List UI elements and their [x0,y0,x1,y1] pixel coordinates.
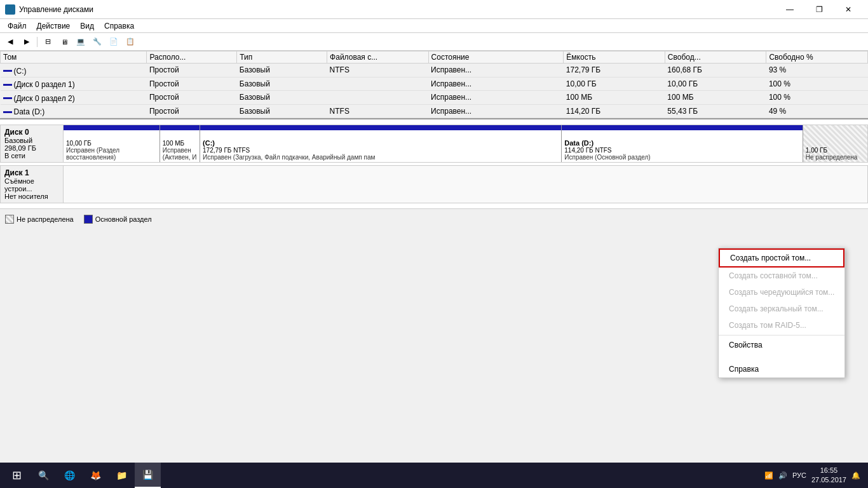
forward-button[interactable]: ▶ [19,35,34,49]
firefox-taskbar-icon: 🦊 [90,470,101,480]
vol-capacity: 114,20 ГБ [564,104,665,118]
vol-fs [327,77,429,91]
disk-row: Диск 0Базовый298,09 ГБВ сети 10,00 ГБ Ис… [0,125,868,163]
vol-free: 160,68 ГБ [665,64,766,78]
explorer-taskbar-icon: 📁 [116,470,127,480]
partition-name: Data (D:) [564,139,800,147]
table-row[interactable]: (Диск 0 раздел 1) Простой Базовый Исправ… [1,77,868,91]
partition-system[interactable]: 100 МБ Исправен (Активен, И [160,125,200,162]
vol-freepct: 100 % [766,91,868,105]
partition-recovery[interactable]: 10,00 ГБ Исправен (Раздел восстановления… [64,125,160,162]
vol-fs: NTFS [327,104,429,118]
diskmgmt-taskbar-btn[interactable]: 💾 [135,463,161,488]
menu-bar: Файл Действие Вид Справка [0,19,868,33]
col-header-freepct[interactable]: Свободно % [766,51,868,64]
vol-name: (Диск 0 раздел 2) [1,91,147,105]
context-menu-item[interactable]: Свойства [719,337,844,353]
legend-primary: Основной раздел [84,215,152,224]
partition-size: 114,20 ГБ NTFS [564,147,800,154]
disk-area: Диск 0Базовый298,09 ГБВ сети 10,00 ГБ Ис… [0,119,868,208]
partition-bar [200,125,561,130]
edge-taskbar-icon: 🌐 [64,470,75,480]
back-button[interactable]: ◀ [3,35,18,49]
partition-content: 1,00 ГБ Не распределена [806,147,865,161]
taskbar-time: 16:55 [811,466,846,475]
menu-view[interactable]: Вид [75,20,99,32]
vol-status: Исправен... [428,64,564,78]
menu-action[interactable]: Действие [32,20,76,32]
col-header-volume[interactable]: Том [1,51,147,64]
col-header-location[interactable]: Располо... [147,51,237,64]
partition-status: Исправен (Загрузка, Файл подкачки, Авари… [203,154,559,161]
close-button[interactable]: ✕ [834,0,863,19]
partition-unallocated[interactable]: 1,00 ГБ Не распределена [803,125,867,162]
context-menu-item[interactable]: Создать простой том... [719,248,844,268]
partition-size: 1,00 ГБ [806,147,865,154]
vol-fs: NTFS [327,64,429,78]
table-row[interactable]: (Диск 0 раздел 2) Простой Базовый Исправ… [1,91,868,105]
taskbar-network-icon: 📶 [764,471,773,480]
vol-free: 55,43 ГБ [665,104,766,118]
partition-name: (C:) [203,139,559,147]
col-header-status[interactable]: Состояние [428,51,564,64]
volume-list: Том Располо... Тип Файловая с... Состоян… [0,51,868,119]
col-header-type[interactable]: Тип [237,51,327,64]
disk-label: Диск 0Базовый298,09 ГБВ сети [0,125,64,163]
taskbar: ⊞ 🔍 🌐 🦊 📁 💾 📶 🔊 РУС 16:55 27.05.2017 🔔 [0,463,868,488]
context-menu-item [719,353,844,361]
toolbar-separator-1 [37,37,37,47]
window-controls: — ❐ ✕ [775,0,863,19]
diskmgmt-taskbar-icon: 💾 [142,470,153,480]
partition-status: Не распределена [806,154,865,161]
legend-unallocated: Не распределена [5,215,74,224]
legend-unallocated-box [5,215,14,224]
partition-bar [160,125,200,130]
firefox-taskbar-btn[interactable]: 🦊 [83,463,109,488]
menu-file[interactable]: Файл [3,20,32,32]
vol-free: 10,00 ГБ [665,77,766,91]
taskbar-right: 📶 🔊 РУС 16:55 27.05.2017 🔔 [764,466,865,485]
vol-type: Базовый [237,77,327,91]
partition-status: Исправен (Активен, И [163,147,197,161]
col-header-free[interactable]: Свобод... [665,51,766,64]
start-button[interactable]: ⊞ [3,463,31,488]
toolbar-btn-3[interactable]: 💻 [73,35,88,49]
toolbar-btn-4[interactable]: 🔧 [90,35,105,49]
context-menu-item: Создать зеркальный том... [719,301,844,317]
vol-type: Базовый [237,64,327,78]
vol-capacity: 100 МБ [564,91,665,105]
partition-status: Исправен (Основной раздел) [564,154,800,161]
volume-table: Том Располо... Тип Файловая с... Состоян… [0,51,868,118]
taskbar-clock: 16:55 27.05.2017 [811,466,846,485]
toolbar-btn-5[interactable]: 📄 [106,35,121,49]
col-header-capacity[interactable]: Ёмкость [564,51,665,64]
partition-bar [562,125,803,130]
search-taskbar-btn[interactable]: 🔍 [31,463,57,488]
table-row[interactable]: Data (D:) Простой Базовый NTFS Исправен.… [1,104,868,118]
minimize-button[interactable]: — [775,0,804,19]
partition-bar [64,125,159,130]
partition-content: (C:) 172,79 ГБ NTFS Исправен (Загрузка, … [203,139,559,161]
partition-c-drive[interactable]: (C:) 172,79 ГБ NTFS Исправен (Загрузка, … [200,125,562,162]
taskbar-notification-icon[interactable]: 🔔 [851,471,860,480]
col-header-fs[interactable]: Файловая с... [327,51,429,64]
table-row[interactable]: (C:) Простой Базовый NTFS Исправен... 17… [1,64,868,78]
taskbar-lang[interactable]: РУС [792,471,806,479]
vol-capacity: 10,00 ГБ [564,77,665,91]
explorer-taskbar-btn[interactable]: 📁 [109,463,135,488]
context-menu-item[interactable]: Справка [719,361,844,377]
disk-partitions [64,165,868,203]
toolbar-btn-2[interactable]: 🖥 [57,35,72,49]
vol-location: Простой [147,64,237,78]
edge-taskbar-btn[interactable]: 🌐 [57,463,83,488]
vol-freepct: 100 % [766,77,868,91]
vol-status: Исправен... [428,104,564,118]
maximize-button[interactable]: ❐ [804,0,834,19]
toolbar-btn-6[interactable]: 📋 [123,35,138,49]
vol-location: Простой [147,91,237,105]
vol-name: (Диск 0 раздел 1) [1,77,147,91]
partition-data-drive[interactable]: Data (D:) 114,20 ГБ NTFS Исправен (Основ… [562,125,803,162]
menu-help[interactable]: Справка [99,20,139,32]
legend: Не распределена Основной раздел [0,208,868,229]
toolbar-btn-1[interactable]: ⊟ [40,35,55,49]
